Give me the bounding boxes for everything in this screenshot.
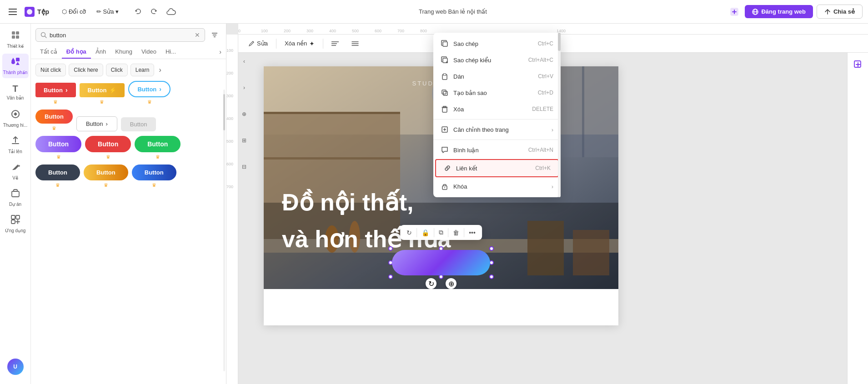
more-items-arrow[interactable]: ›: [157, 64, 163, 76]
sidebar-item-text[interactable]: T Văn bản: [2, 80, 29, 105]
crimson-pill-button[interactable]: Button: [85, 136, 131, 152]
context-menu-scrollbar-thumb[interactable]: [558, 33, 561, 51]
tabs-more-button[interactable]: ›: [219, 48, 221, 55]
ctx-duplicate[interactable]: Tạo bản sao Ctrl+D: [433, 85, 561, 101]
ctx-delete-label: Xóa: [453, 106, 527, 113]
ctx-link[interactable]: Liên kết Ctrl+K: [435, 159, 559, 177]
redo-button[interactable]: [147, 5, 161, 19]
expand-right-button[interactable]: ›: [239, 83, 249, 93]
button-samples-row1: Button › ♛ Button ⚡ ♛ Button › ♛: [35, 81, 221, 105]
sidebar-design-label: Thiết kế: [7, 44, 23, 49]
search-clear-button[interactable]: ✕: [195, 31, 200, 39]
search-box[interactable]: ✕: [35, 28, 205, 42]
publish-button[interactable]: Đăng trang web: [745, 5, 813, 18]
green-pill-button[interactable]: Button: [135, 136, 181, 152]
rotate-handle[interactable]: ↻: [426, 278, 437, 289]
sidebar-item-elements[interactable]: Thành phần: [2, 54, 29, 78]
collapse-up-button[interactable]: ⊕: [239, 109, 249, 119]
undo-redo-section: [131, 5, 178, 19]
project-icon: [10, 188, 20, 200]
filter-button[interactable]: [208, 28, 221, 42]
resize-button[interactable]: ⬡ Đổi cỡ: [58, 6, 90, 17]
handle-top-right[interactable]: [489, 246, 494, 251]
ctx-comment[interactable]: Bình luận Ctrl+Alt+N: [433, 142, 561, 158]
paint-format-side-button[interactable]: [851, 57, 865, 72]
user-avatar[interactable]: U: [7, 359, 24, 375]
tab-video[interactable]: Video: [137, 45, 161, 59]
tab-graphics[interactable]: Đồ họa: [62, 45, 91, 59]
float-more-button[interactable]: •••: [466, 227, 478, 238]
sidebar-item-upload[interactable]: Tải lên: [2, 133, 29, 157]
ctx-paste-shortcut: Ctrl+V: [538, 73, 553, 80]
gray-button-sample[interactable]: Button: [121, 117, 156, 131]
handle-bottom-right[interactable]: [489, 274, 494, 279]
blue-pill-button[interactable]: Button: [132, 165, 176, 180]
red-button-sample[interactable]: Button ›: [35, 83, 76, 97]
crown-badge-4: ♛: [52, 125, 56, 131]
menu-button[interactable]: [5, 5, 20, 19]
ctx-copy[interactable]: Sao chép Ctrl+C: [433, 35, 561, 52]
expand-left-button[interactable]: ‹: [239, 56, 249, 66]
float-delete-button[interactable]: 🗑: [450, 227, 462, 238]
svg-rect-33: [264, 157, 400, 160]
yellow-button-sample[interactable]: Button ⚡: [80, 83, 125, 97]
position-button[interactable]: ⊟: [239, 162, 249, 172]
edit-button[interactable]: ✏ Sửa ▾: [93, 6, 123, 17]
layers-button[interactable]: ⊞: [239, 135, 249, 145]
align-icon: [331, 41, 339, 46]
handle-top-left[interactable]: [388, 246, 393, 251]
purple-pill-button[interactable]: Button: [35, 136, 81, 152]
click-here-label[interactable]: Click here: [69, 64, 103, 76]
svg-rect-19: [11, 220, 15, 224]
float-copy-button[interactable]: ⧉: [436, 227, 446, 238]
search-input[interactable]: [50, 32, 192, 39]
edit-element-button[interactable]: Sửa: [244, 38, 272, 49]
float-lock-button[interactable]: 🔒: [419, 227, 432, 238]
ctx-align[interactable]: Căn chỉnh theo trang ›: [433, 121, 561, 138]
tab-more[interactable]: Hi...: [161, 45, 181, 59]
paint-format-button[interactable]: [728, 5, 741, 19]
sidebar-item-design[interactable]: Thiết kế: [2, 27, 29, 52]
remove-bg-button[interactable]: Xóa nền ✦: [280, 38, 319, 49]
svg-rect-47: [443, 42, 447, 46]
resize-icon: ⬡: [62, 8, 67, 15]
ctx-comment-shortcut: Ctrl+Alt+N: [528, 147, 553, 153]
ctx-paste-label: Dán: [453, 73, 533, 80]
float-rotate-button[interactable]: ↻: [404, 227, 415, 238]
ctx-paste[interactable]: Dán Ctrl+V: [433, 68, 561, 85]
learn-label[interactable]: Learn: [130, 64, 155, 76]
ctx-copy-style[interactable]: Sao chép kiểu Ctrl+Alt+C: [433, 52, 561, 68]
ctx-comment-label: Bình luận: [453, 147, 524, 154]
outline-button-sample[interactable]: Button ›: [128, 81, 171, 97]
sidebar-item-draw[interactable]: Vẽ: [2, 159, 29, 184]
tab-frames[interactable]: Khung: [110, 45, 137, 59]
sidebar-item-project[interactable]: Dự án: [2, 185, 29, 210]
cloud-save-button[interactable]: [164, 5, 178, 19]
gold-pill-button[interactable]: Button: [84, 165, 128, 180]
ctx-copy-shortcut: Ctrl+C: [538, 40, 553, 47]
ctx-duplicate-label: Tạo bản sao: [453, 90, 533, 96]
text-icon: T: [12, 84, 18, 94]
share-label: Chia sẻ: [833, 8, 855, 15]
tab-photos[interactable]: Ảnh: [91, 45, 110, 59]
dark-pill-button[interactable]: Button: [35, 165, 80, 180]
handle-bottom-left[interactable]: [388, 274, 393, 279]
more-options-button[interactable]: [347, 39, 363, 49]
share-button[interactable]: Chia sẻ: [817, 5, 863, 19]
nut-click-label[interactable]: Nút click: [35, 64, 66, 76]
move-handle[interactable]: ⊕: [446, 278, 457, 289]
align-button[interactable]: [327, 39, 343, 48]
undo-button[interactable]: [131, 5, 145, 19]
sidebar-item-brand[interactable]: Thương hi...: [2, 106, 29, 131]
sidebar-item-apps[interactable]: Ứng dụng: [2, 212, 29, 236]
ctx-delete[interactable]: Xóa DELETE: [433, 101, 561, 117]
toolbar-separator-1: [276, 39, 276, 49]
ctx-copy-label: Sao chép: [453, 40, 533, 47]
selected-gradient-button[interactable]: [392, 250, 490, 275]
tab-all[interactable]: Tất cả: [35, 45, 62, 59]
white-button-sample[interactable]: Button ›: [76, 116, 117, 131]
orange-round-button[interactable]: Button: [35, 110, 73, 124]
ctx-lock[interactable]: Khóa ›: [433, 178, 561, 194]
click-label[interactable]: Click: [106, 64, 128, 76]
panel-scrollbar-thumb[interactable]: [223, 94, 225, 130]
